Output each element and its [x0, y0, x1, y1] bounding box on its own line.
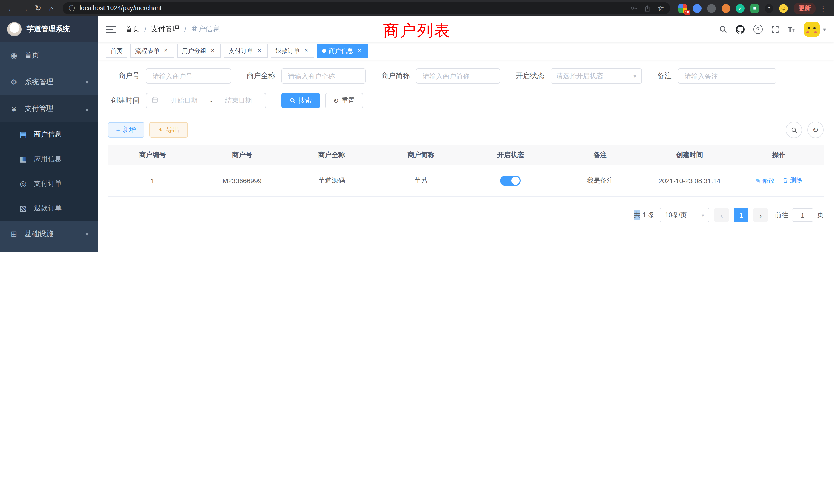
filter-row-1: 商户号 商户全称 商户简称 开启状态 请选择开启状态 — [108, 68, 824, 84]
close-icon[interactable]: × — [256, 47, 263, 54]
calendar-icon — [152, 96, 158, 105]
close-icon[interactable]: × — [303, 47, 310, 54]
prev-page-button[interactable]: ‹ — [714, 208, 729, 222]
share-icon[interactable] — [644, 5, 651, 12]
table-row: 1 M233666999 芋道源码 芋艿 我是备注 2021-10-23 08:… — [108, 165, 824, 196]
table-header-row: 商户编号 商户号 商户全称 商户简称 开启状态 备注 创建时间 操作 — [108, 145, 824, 165]
breadcrumb-home[interactable]: 首页 — [125, 25, 140, 34]
col-short-name: 商户简称 — [376, 145, 466, 165]
dashboard-icon: ◉ — [9, 51, 19, 60]
start-date-placeholder: 开始日期 — [162, 96, 206, 105]
pinwheel-extension-icon[interactable]: * — [765, 4, 773, 13]
sidebar-item-system[interactable]: ⚙ 系统管理 ▾ — [0, 69, 97, 95]
document-icon: ▧ — [19, 204, 28, 213]
green-book-extension-icon[interactable]: ≡ — [750, 4, 759, 13]
github-icon[interactable] — [736, 25, 744, 33]
colorful-extension-icon[interactable]: 10 — [678, 4, 687, 13]
help-icon[interactable]: ? — [753, 25, 762, 34]
orange-extension-icon[interactable] — [722, 4, 730, 13]
browser-menu-icon[interactable]: ⋮ — [817, 4, 829, 12]
full-name-input[interactable] — [281, 68, 366, 84]
sidebar-item-payment[interactable]: ¥ 支付管理 ▴ — [0, 95, 97, 122]
tab-process-form[interactable]: 流程表单 × — [130, 44, 174, 58]
sidebar-subitem-app-info[interactable]: ▦ 应用信息 — [0, 147, 97, 171]
sidebar-item-home[interactable]: ◉ 首页 — [0, 42, 97, 69]
status-select[interactable]: 请选择开启状态 ▾ — [550, 68, 642, 84]
cell-actions: ✎ 修改 删除 — [734, 165, 824, 196]
delete-link[interactable]: 删除 — [783, 176, 802, 185]
green-check-extension-icon[interactable]: ✓ — [736, 4, 745, 13]
close-icon[interactable]: × — [162, 47, 170, 54]
page-size-select[interactable]: 10条/页 ▾ — [660, 208, 709, 222]
button-label: 重置 — [342, 96, 355, 105]
smiley-avatar-extension-icon[interactable]: ☺ — [779, 4, 788, 13]
toggle-search-button[interactable] — [786, 122, 802, 138]
app-logo[interactable]: 芋道管理系统 — [0, 17, 97, 42]
page-number-1[interactable]: 1 — [734, 208, 748, 222]
browser-update-button[interactable]: 更新 — [794, 2, 815, 14]
browser-home-button[interactable]: ⌂ — [45, 2, 58, 14]
user-menu[interactable]: ▾ — [804, 22, 826, 37]
search-icon[interactable] — [719, 25, 727, 33]
sidebar-subitem-pay-order[interactable]: ◎ 支付订单 — [0, 171, 97, 196]
fullscreen-icon[interactable] — [771, 25, 779, 33]
browser-reload-button[interactable]: ↻ — [32, 2, 44, 14]
remark-input[interactable] — [678, 68, 776, 84]
browser-back-button[interactable]: ← — [5, 2, 18, 14]
tab-home[interactable]: 首页 — [106, 44, 127, 58]
search-button[interactable]: 搜索 — [281, 93, 320, 108]
breadcrumb-payment[interactable]: 支付管理 — [151, 25, 180, 34]
filter-status: 开启状态 请选择开启状态 ▾ — [515, 68, 642, 84]
bookmark-star-icon[interactable]: ☆ — [658, 5, 664, 12]
chevron-down-icon: ▾ — [702, 212, 704, 218]
close-icon[interactable]: × — [209, 47, 216, 54]
edit-link[interactable]: ✎ 修改 — [756, 177, 775, 186]
close-icon[interactable]: × — [356, 47, 363, 54]
col-actions: 操作 — [734, 145, 824, 165]
sidebar-item-infrastructure[interactable]: ⊞ 基础设施 ▾ — [0, 221, 97, 247]
range-separator: - — [210, 97, 213, 105]
tab-pay-order[interactable]: 支付订单 × — [224, 44, 267, 58]
font-size-icon[interactable]: TT — [788, 25, 795, 33]
reset-button[interactable]: ↻ 重置 — [325, 93, 363, 108]
cell-merchant-no: M233666999 — [197, 165, 287, 196]
password-key-icon[interactable] — [630, 5, 638, 12]
tab-merchant-info[interactable]: 商户信息 × — [317, 44, 368, 58]
address-bar[interactable]: ⓘ localhost:1024/pay/merchant ☆ — [63, 2, 670, 14]
goto-label: 前往 — [775, 210, 788, 220]
merchant-no-input[interactable] — [146, 68, 231, 84]
browser-forward-button[interactable]: → — [19, 2, 31, 14]
tab-label: 流程表单 — [135, 46, 160, 55]
target-icon: ◎ — [19, 179, 28, 188]
monitor-icon: ⊞ — [9, 229, 19, 239]
filter-create-time: 创建时间 开始日期 - 结束日期 — [108, 93, 266, 108]
next-page-button[interactable]: › — [753, 208, 768, 222]
filter-row-2: 创建时间 开始日期 - 结束日期 — [108, 93, 824, 108]
short-name-input[interactable] — [416, 68, 500, 84]
field-label: 创建时间 — [108, 96, 140, 105]
avatar[interactable] — [804, 22, 820, 37]
site-info-icon[interactable]: ⓘ — [69, 4, 75, 13]
sidebar-subitem-refund-order[interactable]: ▧ 退款订单 — [0, 196, 97, 221]
tab-refund-order[interactable]: 退款订单 × — [271, 44, 314, 58]
add-button[interactable]: + 新增 — [108, 122, 144, 138]
pagination-total: 共 1 条 — [634, 210, 655, 220]
export-button[interactable]: 导出 — [149, 122, 188, 138]
total-suffix: 1 条 — [642, 210, 655, 220]
tab-user-group[interactable]: 用户分组 × — [177, 44, 221, 58]
chevron-up-icon: ▴ — [86, 106, 88, 112]
dark-extension-icon[interactable] — [707, 4, 716, 13]
blue-extension-icon[interactable] — [693, 4, 702, 13]
annotation-overlay: 商户列表 — [383, 20, 451, 42]
status-toggle[interactable] — [500, 176, 521, 186]
refresh-table-button[interactable]: ↻ — [807, 122, 824, 138]
cell-seq: 1 — [108, 165, 197, 196]
active-tab-dot — [322, 49, 326, 53]
date-range-picker[interactable]: 开始日期 - 结束日期 — [146, 93, 266, 108]
gear-icon: ⚙ — [9, 77, 19, 87]
goto-page-input[interactable] — [792, 208, 813, 222]
sidebar-subitem-merchant-info[interactable]: ▤ 商户信息 — [0, 122, 97, 147]
hamburger-icon[interactable] — [106, 26, 116, 33]
select-placeholder: 请选择开启状态 — [556, 71, 603, 81]
sidebar-item-dev-tools[interactable]: ⊡ 研发工具 ▾ — [0, 247, 97, 252]
